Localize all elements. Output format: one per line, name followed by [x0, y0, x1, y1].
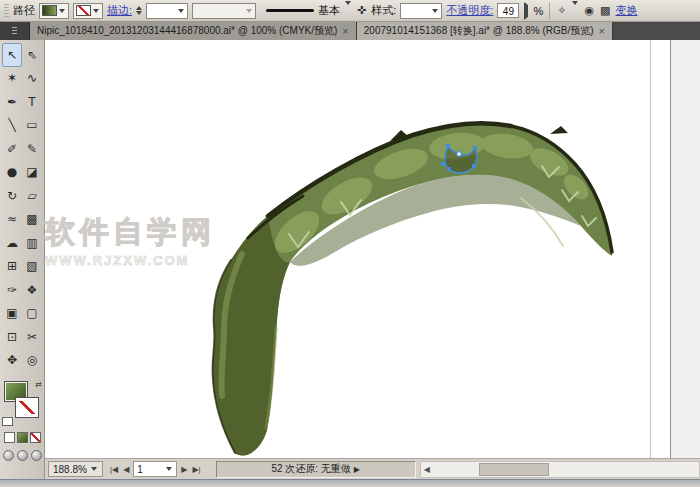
- tool-slice[interactable]: ✂: [22, 325, 42, 349]
- fill-swatch-icon: [42, 5, 57, 16]
- tool-eraser[interactable]: ◪: [22, 161, 42, 185]
- tool-gradient[interactable]: ▧: [22, 255, 42, 279]
- tool-hand[interactable]: ✥: [2, 349, 22, 373]
- brush-definition-label: 基本: [318, 3, 340, 18]
- bean-pod-artwork[interactable]: [45, 40, 700, 458]
- tool-warp[interactable]: ≈: [2, 208, 22, 232]
- opacity-input[interactable]: 49: [497, 3, 519, 18]
- tool-blob-brush[interactable]: ●: [2, 161, 22, 185]
- artboard-number-value: 1: [137, 464, 143, 475]
- dropdown-arrow-icon: [178, 9, 184, 13]
- gradient-button[interactable]: [17, 432, 28, 443]
- tool-pen[interactable]: ✒: [2, 90, 22, 114]
- document-tab-2[interactable]: 200791014151368 [转换].ai* @ 188.8% (RGB/预…: [357, 22, 613, 40]
- stroke-indicator[interactable]: [15, 397, 39, 418]
- tool-paintbrush[interactable]: ✐: [2, 137, 22, 161]
- tools-panel: ↖⇖✶∿✒T╲▭✐✎●◪↻▱≈▩☁▥⊞▧✑❖▣▢⊡✂✥◎ ⇄: [0, 40, 45, 479]
- next-artboard-icon[interactable]: ▶: [180, 465, 188, 474]
- transform-link[interactable]: 变换: [615, 3, 637, 18]
- tool-direct-selection[interactable]: ⇖: [22, 43, 42, 67]
- document-tab-title: 200791014151368 [转换].ai* @ 188.8% (RGB/预…: [364, 24, 594, 38]
- status-expand-icon[interactable]: ▶: [354, 465, 360, 474]
- style-select[interactable]: [400, 3, 442, 19]
- tools-panel-header[interactable]: [0, 22, 30, 40]
- last-artboard-icon[interactable]: ▶|: [191, 465, 201, 474]
- document-tab-1[interactable]: Nipic_1018410_20131203144416878000.ai* @…: [30, 22, 357, 40]
- tool-eyedropper[interactable]: ✑: [2, 278, 22, 302]
- tool-live-paint-selection[interactable]: ▢: [22, 302, 42, 326]
- tool-pencil[interactable]: ✎: [22, 137, 42, 161]
- screen-mode-normal-button[interactable]: [3, 450, 14, 461]
- previous-artboard-icon[interactable]: ◀: [122, 465, 130, 474]
- screen-mode-full-button[interactable]: [31, 450, 42, 461]
- select-similar-arrow[interactable]: [571, 5, 579, 17]
- tool-mesh[interactable]: ⊞: [2, 255, 22, 279]
- opacity-label[interactable]: 不透明度:: [446, 3, 493, 18]
- dropdown-arrow-icon: [91, 467, 97, 471]
- brush-stroke-preview: [266, 9, 314, 12]
- dropdown-arrow-icon: [432, 9, 438, 13]
- tool-lasso[interactable]: ∿: [22, 67, 42, 91]
- anchor-point[interactable]: [447, 167, 451, 171]
- document-tab-bar: Nipic_1018410_20131203144416878000.ai* @…: [0, 22, 700, 40]
- tool-type[interactable]: T: [22, 90, 42, 114]
- tool-rotate[interactable]: ↻: [2, 184, 22, 208]
- zoom-level-select[interactable]: 188.8%: [48, 461, 103, 477]
- tool-zoom[interactable]: ◎: [22, 349, 42, 373]
- tool-artboard[interactable]: ⊡: [2, 325, 22, 349]
- artboard-navigation: |◀ ◀ 1 ▶ ▶|: [109, 461, 202, 477]
- anchor-point[interactable]: [472, 164, 476, 168]
- tool-selection[interactable]: ↖: [2, 43, 22, 67]
- tool-blend[interactable]: ❖: [22, 278, 42, 302]
- anchor-point[interactable]: [473, 146, 477, 150]
- stroke-weight-label[interactable]: 描边:: [107, 3, 132, 18]
- style-label: 样式:: [371, 3, 396, 18]
- screen-mode-full-menu-button[interactable]: [17, 450, 28, 461]
- tool-line-segment[interactable]: ╲: [2, 114, 22, 138]
- document-canvas[interactable]: 软件自学网 WWW.RJZXW.COM: [45, 40, 700, 458]
- recolor-artwork-icon[interactable]: ◉: [583, 4, 595, 17]
- dropdown-arrow-icon: [345, 1, 351, 17]
- align-options-icon[interactable]: ▩: [599, 4, 611, 17]
- stroke-color-swatch[interactable]: [73, 3, 103, 19]
- width-profile-select[interactable]: [192, 3, 256, 19]
- color-button[interactable]: [4, 432, 15, 443]
- swap-fill-stroke-icon[interactable]: ⇄: [35, 380, 42, 389]
- panel-grip-icon: [4, 4, 9, 18]
- anchor-point[interactable]: [441, 162, 445, 166]
- bean-pod[interactable]: [213, 123, 613, 455]
- close-icon[interactable]: ×: [342, 26, 348, 36]
- separator: [549, 3, 550, 19]
- first-artboard-icon[interactable]: |◀: [109, 465, 119, 474]
- document-tab-title: Nipic_1018410_20131203144416878000.ai* @…: [37, 24, 337, 38]
- brush-select-arrow[interactable]: [344, 5, 352, 17]
- stroke-weight-stepper[interactable]: [136, 6, 142, 15]
- tool-live-paint-bucket[interactable]: ▣: [2, 302, 22, 326]
- scrollbar-thumb[interactable]: [479, 463, 549, 476]
- horizontal-scrollbar[interactable]: ◀: [420, 461, 700, 478]
- default-fill-stroke-icon[interactable]: [2, 417, 13, 426]
- status-info-box: 52 次还原: 无重做 ▶: [216, 461, 416, 478]
- stroke-weight-select[interactable]: [146, 3, 188, 19]
- tool-column-graph[interactable]: ▥: [22, 231, 42, 255]
- tools-grid: ↖⇖✶∿✒T╲▭✐✎●◪↻▱≈▩☁▥⊞▧✑❖▣▢⊡✂✥◎: [2, 43, 42, 372]
- artboard-number-select[interactable]: 1: [133, 461, 177, 477]
- brush-options-icon[interactable]: ✜: [356, 4, 367, 17]
- stroke-none-icon: [76, 5, 91, 16]
- tool-free-transform[interactable]: ▩: [22, 208, 42, 232]
- tool-symbol-sprayer[interactable]: ☁: [2, 231, 22, 255]
- tool-rectangle[interactable]: ▭: [22, 114, 42, 138]
- select-similar-icon[interactable]: ✧: [556, 4, 567, 17]
- tool-magic-wand[interactable]: ✶: [2, 67, 22, 91]
- scroll-left-icon[interactable]: ◀: [421, 465, 433, 474]
- none-button[interactable]: [30, 432, 41, 443]
- opacity-select-arrow[interactable]: [523, 5, 529, 17]
- dropdown-arrow-icon: [166, 467, 172, 471]
- anchor-point[interactable]: [457, 152, 461, 156]
- close-icon[interactable]: ×: [599, 26, 605, 36]
- anchor-point[interactable]: [446, 144, 450, 148]
- tool-scale[interactable]: ▱: [22, 184, 42, 208]
- screen-mode-buttons: [3, 450, 42, 461]
- dropdown-arrow-icon: [59, 9, 65, 13]
- fill-color-swatch[interactable]: [39, 3, 69, 19]
